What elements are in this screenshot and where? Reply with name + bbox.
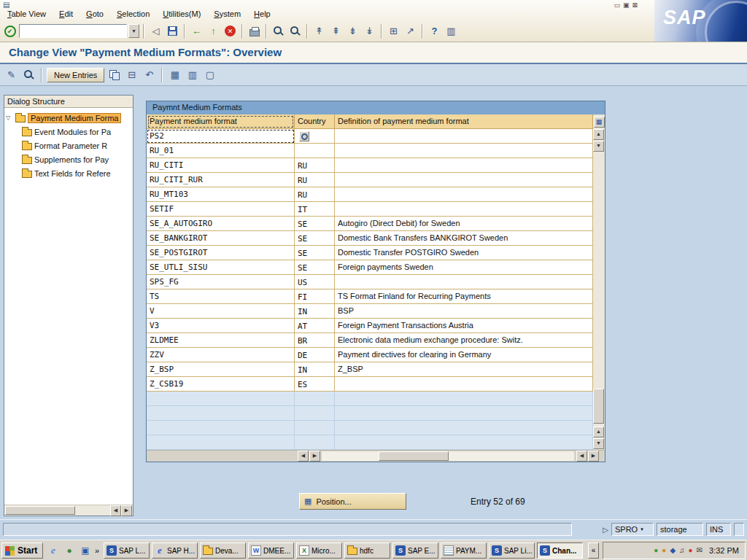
format-cell[interactable]: Z_CSB19 <box>147 377 295 392</box>
menu-table-view[interactable]: Table View <box>7 9 46 18</box>
tree-item-label[interactable]: Format Parameter R <box>34 141 107 150</box>
menu-system[interactable]: System <box>214 9 241 18</box>
scroll-up-icon[interactable]: ▲ <box>593 129 604 140</box>
select-all-icon[interactable]: ▦ <box>167 67 182 82</box>
enter-icon[interactable]: ✔ <box>4 26 16 37</box>
format-cell[interactable]: TS <box>147 289 295 304</box>
menu-edit[interactable]: Edit <box>59 9 73 18</box>
task-button-payment-doc[interactable]: PAYM... <box>441 542 487 559</box>
scroll-up-icon[interactable]: ▲ <box>593 427 604 438</box>
scroll-left-icon[interactable]: ◀ <box>576 451 587 462</box>
chevron-down-icon[interactable]: ▾ <box>640 526 643 532</box>
country-cell[interactable]: SE <box>295 260 335 275</box>
help-icon[interactable]: ? <box>427 23 442 39</box>
country-cell[interactable]: AT <box>295 319 335 333</box>
country-cell[interactable]: RU <box>295 173 335 187</box>
format-cell[interactable]: ZLDMEE <box>147 333 295 348</box>
definition-cell[interactable]: Payment directives for clearing in Germa… <box>335 348 593 362</box>
country-cell[interactable]: FI <box>295 289 335 304</box>
back-icon[interactable]: ← <box>189 23 204 39</box>
task-button-sap-easy-access[interactable]: S SAP E... <box>392 542 438 559</box>
definition-cell[interactable]: Z_BSP <box>335 362 593 377</box>
tray-alert-icon[interactable]: ● <box>689 546 693 555</box>
tree-item-label[interactable]: Event Modules for Pa <box>34 128 111 136</box>
tree-root-payment-medium-formats[interactable]: ▽ Payment Medium Forma <box>6 111 131 125</box>
deselect-all-icon[interactable]: ▢ <box>202 67 217 82</box>
definition-cell[interactable]: TS Format Finland for Recurring Payments <box>335 289 593 304</box>
format-cell[interactable]: SETIF <box>147 202 295 217</box>
command-dropdown-icon[interactable]: ▾ <box>128 24 139 38</box>
format-cell[interactable]: SE_BANKGIROT <box>147 231 295 246</box>
quick-launch-messenger-icon[interactable]: ● <box>63 544 76 557</box>
menu-goto[interactable]: Goto <box>86 9 104 18</box>
copy-entries-icon[interactable] <box>109 70 119 79</box>
save-icon[interactable] <box>168 26 177 36</box>
country-cell[interactable] <box>295 144 335 158</box>
task-button-sap-logon[interactable]: S SAP L... <box>104 542 150 559</box>
page-down-icon[interactable]: ⇟ <box>345 23 360 39</box>
definition-cell[interactable]: Electronic data medium exchange procedur… <box>335 333 593 348</box>
task-button-sap-help[interactable]: e SAP H... <box>152 542 198 559</box>
quick-launch-ie-icon[interactable]: e <box>47 544 60 557</box>
position-button[interactable]: ▦ Position... <box>299 493 406 510</box>
minimize-icon[interactable]: ▭ <box>614 1 620 9</box>
country-cell[interactable] <box>295 129 335 144</box>
tray-network-icon[interactable]: ◆ <box>670 546 676 555</box>
definition-cell[interactable] <box>335 377 593 392</box>
create-shortcut-icon[interactable]: ↗ <box>403 23 418 39</box>
definition-cell[interactable] <box>335 275 593 289</box>
find-next-icon[interactable] <box>290 26 300 36</box>
column-header-format[interactable]: Payment medium format <box>147 114 295 129</box>
performance-arrow-icon[interactable]: ▷ <box>603 526 608 534</box>
menu-selection[interactable]: Selection <box>117 9 150 18</box>
start-button[interactable]: Start <box>1 542 43 559</box>
country-cell[interactable]: BR <box>295 333 335 348</box>
print-icon[interactable] <box>249 29 260 36</box>
definition-cell[interactable]: Foreign payments Sweden <box>335 260 593 275</box>
expander-icon[interactable]: ▽ <box>6 114 13 121</box>
country-cell[interactable]: ES <box>295 377 335 392</box>
format-cell[interactable]: SPS_FG <box>147 275 295 289</box>
scroll-right-icon[interactable]: ▶ <box>121 505 132 516</box>
scroll-right-icon[interactable]: ▶ <box>309 451 320 462</box>
scroll-down-icon[interactable]: ▼ <box>593 438 604 449</box>
tree-item-label[interactable]: Supplements for Pay <box>34 155 109 164</box>
page-up-icon[interactable]: ⇞ <box>328 23 344 39</box>
definition-cell[interactable]: Domestic Bank Transfers BANKGIROT Sweden <box>335 231 593 246</box>
task-button-sap-list[interactable]: S SAP Li... <box>489 542 535 559</box>
country-cell[interactable]: RU <box>295 158 335 173</box>
tray-messenger-icon[interactable]: ● <box>654 546 658 555</box>
country-cell[interactable]: RU <box>295 187 335 202</box>
format-cell[interactable]: SE_A_AUTOGIRO <box>147 217 295 231</box>
find-icon[interactable] <box>274 26 283 36</box>
definition-cell[interactable]: Autogiro (Direct Debit) for Sweden <box>335 217 593 231</box>
command-input[interactable] <box>19 24 127 38</box>
format-cell[interactable]: ZZV <box>147 348 295 362</box>
format-cell[interactable]: SE_POSTGIROT <box>147 246 295 260</box>
format-cell[interactable]: RU_CITI <box>147 158 295 173</box>
country-cell[interactable]: IN <box>295 304 335 319</box>
cancel-icon[interactable]: ✕ <box>225 26 236 36</box>
undo-icon[interactable]: ↶ <box>142 67 157 82</box>
definition-cell[interactable] <box>335 129 593 144</box>
quick-launch-overflow-icon[interactable]: » <box>95 546 99 555</box>
exit-icon[interactable]: ↑ <box>206 23 221 39</box>
tree-item-supplements[interactable]: Supplements for Pay <box>22 152 131 166</box>
format-cell[interactable]: V3 <box>147 319 295 333</box>
customize-layout-icon[interactable]: ▥ <box>444 23 459 39</box>
format-cell[interactable]: RU_MT103 <box>147 187 295 202</box>
tray-volume-icon[interactable]: ♫ <box>679 546 685 555</box>
column-header-country[interactable]: Country <box>295 114 335 129</box>
definition-cell[interactable] <box>335 173 593 187</box>
tree-item-label[interactable]: Text Fields for Refere <box>34 169 111 178</box>
last-page-icon[interactable]: ↡ <box>362 23 377 39</box>
tree-item-format-parameters[interactable]: Format Parameter R <box>22 139 131 152</box>
delete-entries-icon[interactable]: ⊟ <box>124 67 139 82</box>
taskbar-collapse-icon[interactable]: « <box>588 542 599 559</box>
format-cell[interactable]: RU_CITI_RUR <box>147 173 295 187</box>
scrollbar-thumb[interactable] <box>593 389 604 424</box>
country-cell[interactable]: IT <box>295 202 335 217</box>
possible-entries-icon[interactable] <box>299 131 309 141</box>
tree-item-event-modules[interactable]: Event Modules for Pa <box>22 125 131 139</box>
new-session-icon[interactable]: ⊞ <box>386 23 401 39</box>
